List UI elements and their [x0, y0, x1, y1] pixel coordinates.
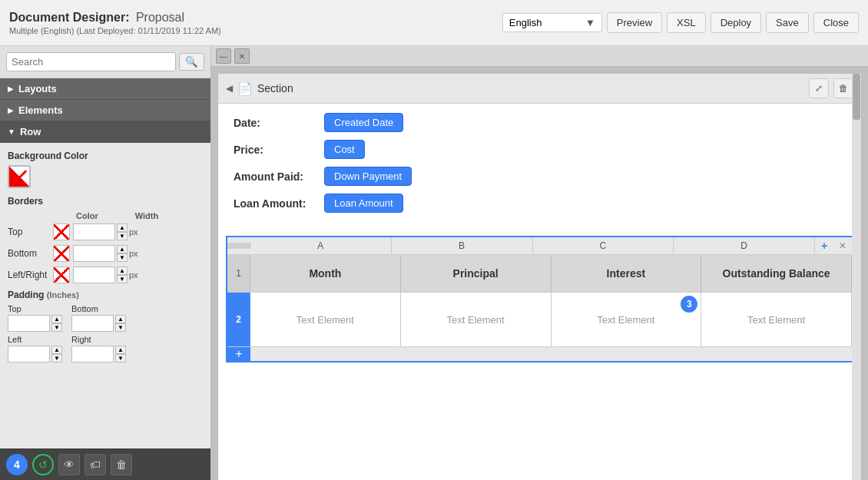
search-button[interactable]: 🔍	[179, 53, 204, 71]
canvas-panel: — ✕ ◀ 📄 Section ⤢ 🗑 Date	[211, 46, 868, 480]
trash-button[interactable]: 🗑	[111, 454, 132, 475]
section-label-text: Section	[257, 82, 293, 94]
padding-top-input[interactable]	[8, 315, 50, 332]
padding-left-group: Left ▲ ▼	[8, 335, 62, 362]
col-header-d: D	[674, 237, 815, 254]
loop-button[interactable]: ↺	[32, 454, 54, 475]
px-label-leftright: px	[129, 270, 138, 280]
padding-bottom-up[interactable]: ▲	[115, 315, 126, 323]
sidebar-item-row[interactable]: ▼ Row	[0, 121, 210, 143]
tag-button[interactable]: 🏷	[84, 454, 106, 475]
table-row-1: 1 Month Principal Interest Outstanding B…	[227, 255, 852, 293]
px-label-top: px	[129, 227, 138, 237]
padding-top-label: Top	[8, 304, 62, 313]
padding-right-input[interactable]	[71, 346, 114, 362]
search-icon: 🔍	[185, 56, 198, 68]
sidebar-item-layouts[interactable]: ▶ Layouts	[0, 78, 210, 100]
border-top-up[interactable]: ▲	[117, 223, 128, 232]
preview-button[interactable]: Preview	[607, 12, 662, 33]
cell-2-b[interactable]: Text Element	[401, 293, 552, 346]
cell-1-b[interactable]: Principal	[401, 255, 552, 292]
deploy-button[interactable]: Deploy	[711, 12, 761, 33]
section-delete-button[interactable]: 🗑	[833, 78, 853, 98]
add-column-button[interactable]: +	[815, 240, 833, 252]
field-price-tag[interactable]: Cost	[324, 140, 365, 159]
field-loan-amount-key: Loan Amount:	[234, 197, 318, 210]
subtitle: Multiple (English) (Last Deployed: 01/11…	[9, 26, 221, 35]
padding-top-down[interactable]: ▼	[51, 323, 62, 332]
border-bottom-width-input[interactable]	[73, 245, 115, 262]
border-bottom-row: Bottom ▲ ▼ px	[8, 245, 203, 262]
sidebar-item-elements[interactable]: ▶ Elements	[0, 100, 210, 121]
padding-bottom-group: Bottom ▲ ▼	[71, 304, 126, 332]
border-top-color-swatch[interactable]	[53, 223, 70, 240]
section-header: ◀ 📄 Section ⤢ 🗑	[218, 74, 861, 104]
field-loan-amount-tag[interactable]: Loan Amount	[324, 194, 403, 213]
remove-column-button[interactable]: ✕	[833, 240, 852, 251]
cell-2-d[interactable]: Text Element	[701, 293, 852, 346]
padding-right-up[interactable]: ▲	[115, 346, 126, 354]
chevron-right-icon: ▶	[8, 84, 14, 93]
border-top-down[interactable]: ▼	[117, 232, 128, 240]
border-bottom-color-swatch[interactable]	[53, 245, 70, 262]
language-selector[interactable]: English ▼	[502, 13, 602, 32]
border-leftright-width-input[interactable]	[73, 266, 115, 283]
borders-label: Borders	[8, 196, 203, 207]
tag-icon: 🏷	[90, 458, 101, 471]
padding-bottom-label: Bottom	[71, 304, 126, 313]
cell-1-c[interactable]: Interest	[552, 255, 702, 292]
left-panel: 🔍 ▶ Layouts ▶ Elements ▼ Row Background …	[0, 46, 211, 480]
app-title-text: Document Designer: Proposal	[9, 11, 184, 24]
padding-left-label: Left	[8, 335, 62, 344]
minimize-button[interactable]: —	[216, 48, 231, 64]
search-input[interactable]	[6, 52, 176, 71]
border-bottom-down[interactable]: ▼	[117, 253, 128, 262]
close-mini-button[interactable]: ✕	[234, 48, 250, 64]
background-color-swatch[interactable]	[8, 165, 31, 188]
border-leftright-down[interactable]: ▼	[117, 275, 128, 283]
save-button[interactable]: Save	[766, 12, 809, 33]
layouts-label: Layouts	[18, 83, 57, 94]
border-top-width-input[interactable]	[73, 223, 115, 240]
border-leftright-width-wrapper: ▲ ▼ px	[73, 266, 203, 283]
border-leftright-row: Left/Right ▲ ▼ px	[8, 266, 203, 283]
padding-bottom-down[interactable]: ▼	[115, 323, 126, 332]
cell-1-d[interactable]: Outstanding Balance	[701, 255, 852, 292]
header-toolbar: English ▼ Preview XSL Deploy Save Close	[502, 12, 859, 33]
close-button[interactable]: Close	[813, 12, 859, 33]
padding-top-up[interactable]: ▲	[51, 315, 62, 323]
border-leftright-up[interactable]: ▲	[117, 266, 128, 275]
cell-1-a[interactable]: Month	[250, 255, 401, 292]
border-top-row: Top ▲ ▼ px	[8, 223, 203, 240]
padding-bottom-input[interactable]	[71, 315, 114, 332]
border-top-label: Top	[8, 227, 50, 237]
badge-4[interactable]: 4	[6, 454, 28, 475]
field-amount-paid-tag[interactable]: Down Payment	[324, 167, 412, 186]
cell-2-a[interactable]: Text Element	[250, 293, 401, 346]
scrollbar-track[interactable]	[852, 74, 861, 480]
border-leftright-color-swatch[interactable]	[53, 266, 70, 283]
padding-left-down[interactable]: ▼	[51, 354, 62, 362]
chevron-down-icon: ▼	[8, 127, 15, 136]
section-expand-button[interactable]: ⤢	[809, 78, 829, 98]
field-amount-paid-key: Amount Paid:	[234, 170, 318, 183]
eye-button[interactable]: 👁	[58, 454, 80, 475]
loop-icon: ↺	[38, 458, 48, 471]
top-bar: Document Designer: Proposal Multiple (En…	[0, 0, 868, 46]
add-row-button[interactable]: +	[227, 347, 250, 361]
search-bar: 🔍	[0, 46, 210, 78]
border-leftright-spinners: ▲ ▼	[117, 266, 128, 283]
field-row-loan-amount: Loan Amount: Loan Amount	[234, 194, 846, 213]
padding-left-up[interactable]: ▲	[51, 346, 62, 354]
padding-right-down[interactable]: ▼	[115, 354, 126, 362]
scrollbar-thumb[interactable]	[853, 74, 860, 120]
cell-2-c[interactable]: Text Element 3	[552, 293, 702, 346]
px-label-bottom: px	[129, 249, 138, 258]
border-leftright-label: Left/Right	[8, 270, 50, 280]
color-column-label: Color	[76, 211, 98, 220]
field-date-tag[interactable]: Created Date	[324, 113, 403, 132]
border-bottom-up[interactable]: ▲	[117, 245, 128, 253]
padding-left-input[interactable]	[8, 346, 50, 362]
xsl-button[interactable]: XSL	[667, 12, 706, 33]
field-row-amount-paid: Amount Paid: Down Payment	[234, 167, 846, 186]
